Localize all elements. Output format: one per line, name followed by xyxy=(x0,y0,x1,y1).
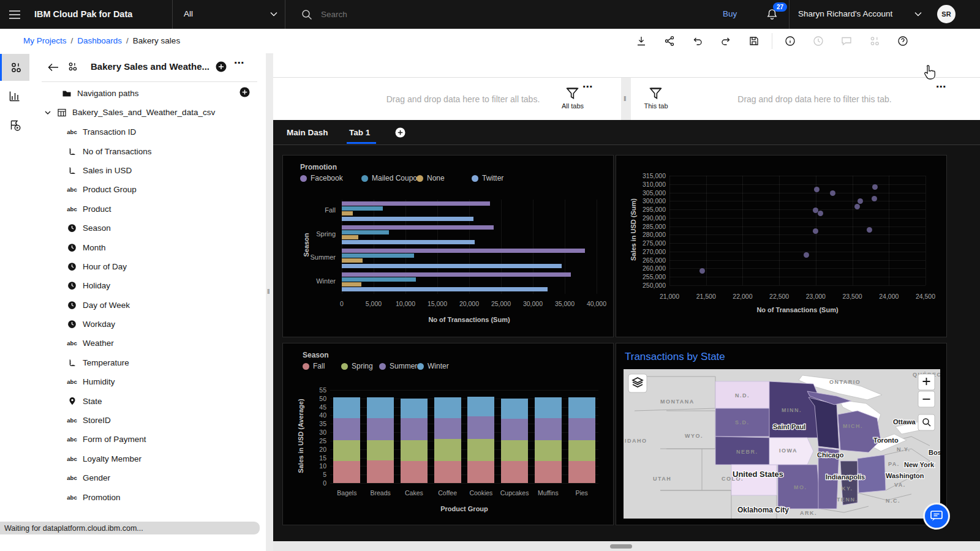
field-item-state[interactable]: State xyxy=(29,391,266,410)
scatter-point[interactable] xyxy=(814,187,820,192)
scope-dropdown[interactable]: All xyxy=(172,0,285,29)
filter-resize-gutter[interactable]: ‖ xyxy=(621,78,631,120)
legend-item-none[interactable]: None xyxy=(417,174,445,182)
zoom-out-button[interactable] xyxy=(918,391,935,407)
add-tab-button[interactable] xyxy=(394,127,405,138)
bar-summer-twitter[interactable] xyxy=(342,264,562,268)
undo-button[interactable] xyxy=(684,29,712,53)
zoom-in-button[interactable] xyxy=(918,374,935,390)
stack-cakes-fall[interactable] xyxy=(401,461,428,483)
scatter-point[interactable] xyxy=(854,204,860,209)
stack-cookies-fall[interactable] xyxy=(467,461,494,483)
stack-muffins-spring[interactable] xyxy=(535,440,562,462)
state-mi[interactable] xyxy=(838,411,881,452)
stack-bagels-spring[interactable] xyxy=(333,440,360,462)
stack-cookies-summer[interactable] xyxy=(467,416,494,439)
bar-winter-facebook[interactable] xyxy=(342,272,571,277)
scatter-point[interactable] xyxy=(699,268,705,274)
share-button[interactable] xyxy=(655,29,684,53)
bar-summer-none[interactable] xyxy=(342,258,363,263)
stack-cupcakes-fall[interactable] xyxy=(501,461,528,483)
stack-cupcakes-winter[interactable] xyxy=(501,399,528,419)
bar-fall-twitter[interactable] xyxy=(342,217,473,221)
avatar[interactable]: SR xyxy=(937,5,956,23)
scatter-point[interactable] xyxy=(813,228,818,234)
stack-cakes-spring[interactable] xyxy=(401,440,428,462)
stack-pies-fall[interactable] xyxy=(568,461,595,483)
bar-spring-none[interactable] xyxy=(342,235,358,239)
stack-cupcakes-summer[interactable] xyxy=(501,419,528,440)
field-item-month[interactable]: Month xyxy=(29,238,266,257)
add-source-button[interactable] xyxy=(215,61,227,73)
field-item-loyalty-member[interactable]: abcLoyalty Member xyxy=(29,449,266,468)
stack-cakes-summer[interactable] xyxy=(401,418,428,440)
stack-breads-fall[interactable] xyxy=(367,460,394,483)
legend-item-facebook[interactable]: Facebook xyxy=(300,174,343,182)
legend-item-winter[interactable]: Winter xyxy=(417,362,449,370)
bar-summer-mailed-coupon[interactable] xyxy=(342,253,414,258)
field-item-weather[interactable]: abcWeather xyxy=(29,334,266,353)
stack-bagels-fall[interactable] xyxy=(333,461,360,483)
legend-item-fall[interactable]: Fall xyxy=(303,362,325,370)
help-button[interactable] xyxy=(889,29,917,53)
navigation-paths-item[interactable]: Navigation paths xyxy=(29,84,266,103)
stack-pies-spring[interactable] xyxy=(568,440,595,462)
map-transactions-by-state[interactable]: Transactions by State MONTANAN.D.MINN.S.… xyxy=(616,343,947,525)
scatter-point[interactable] xyxy=(818,211,823,216)
field-item-workday[interactable]: Workday xyxy=(29,315,266,334)
field-item-gender[interactable]: abcGender xyxy=(29,468,266,487)
scrollbar-thumb[interactable] xyxy=(610,544,632,549)
field-item-holiday[interactable]: Holiday xyxy=(29,276,266,295)
scatter-point[interactable] xyxy=(830,190,835,196)
chart-sales-vs-transactions[interactable]: 21,00021,50022,00022,50023,00023,50024,0… xyxy=(616,155,947,337)
table-item[interactable]: Bakery_Sales_and_Weather_data_csv xyxy=(29,103,266,122)
this-tab-filter-bar[interactable]: This tab Drag and drop data here to filt… xyxy=(631,78,980,120)
rail-media-button[interactable] xyxy=(0,111,29,138)
legend-item-mailed-coupon[interactable]: Mailed Coupon xyxy=(361,174,421,182)
scatter-point[interactable] xyxy=(858,198,863,204)
bar-fall-facebook[interactable] xyxy=(342,201,490,206)
bar-winter-twitter[interactable] xyxy=(342,287,548,291)
stack-breads-winter[interactable] xyxy=(367,397,394,418)
chart-sales-by-product-group[interactable]: SeasonFallSpringSummerWinter555045403530… xyxy=(282,343,614,525)
panel-overflow-button[interactable]: ⋯ xyxy=(234,57,245,69)
field-item-no-of-transactions[interactable]: No of Transactions xyxy=(29,141,266,160)
stack-coffee-winter[interactable] xyxy=(434,397,461,418)
stack-cupcakes-spring[interactable] xyxy=(501,440,528,462)
stack-cakes-winter[interactable] xyxy=(401,399,428,418)
breadcrumb-dashboards[interactable]: Dashboards xyxy=(77,36,122,45)
field-item-promotion[interactable]: abcPromotion xyxy=(29,487,266,506)
scatter-point[interactable] xyxy=(872,184,878,190)
back-button[interactable] xyxy=(44,58,62,77)
field-item-storeid[interactable]: abcStoreID xyxy=(29,411,266,430)
panel-resize-gutter[interactable]: ‖ xyxy=(266,53,273,551)
info-button[interactable] xyxy=(776,29,804,53)
chat-fab-button[interactable] xyxy=(923,503,950,530)
global-search[interactable] xyxy=(285,0,677,29)
bar-fall-none[interactable] xyxy=(342,211,353,216)
this-tab-overflow-button[interactable]: ⋯ xyxy=(936,81,947,92)
bar-spring-facebook[interactable] xyxy=(342,225,494,230)
field-item-transaction-id[interactable]: abcTransaction ID xyxy=(29,122,266,141)
stack-cookies-winter[interactable] xyxy=(467,397,494,416)
stack-coffee-summer[interactable] xyxy=(434,418,461,440)
buy-link[interactable]: Buy xyxy=(723,9,737,18)
save-button[interactable] xyxy=(740,29,768,53)
legend-item-summer[interactable]: Summer xyxy=(379,362,417,370)
field-item-product-group[interactable]: abcProduct Group xyxy=(29,180,266,199)
horizontal-scrollbar[interactable] xyxy=(273,541,980,551)
bar-spring-twitter[interactable] xyxy=(342,240,475,244)
choropleth-map[interactable]: MONTANAN.D.MINN.S.D.WYO.NEBR.IOWAUTAHCOL… xyxy=(624,369,940,519)
redo-button[interactable] xyxy=(712,29,740,53)
resize-handle[interactable]: ‖ xyxy=(624,95,627,102)
stack-bagels-winter[interactable] xyxy=(333,397,360,418)
chart-promotion-by-season[interactable]: PromotionFacebookMailed CouponNoneTwitte… xyxy=(282,155,614,337)
bar-winter-mailed-coupon[interactable] xyxy=(342,277,416,282)
stack-coffee-fall[interactable] xyxy=(434,461,461,483)
legend-item-twitter[interactable]: Twitter xyxy=(472,174,503,182)
field-item-season[interactable]: Season xyxy=(29,219,266,238)
map-viewport[interactable]: MONTANAN.D.MINN.S.D.WYO.NEBR.IOWAUTAHCOL… xyxy=(624,369,940,519)
stack-pies-winter[interactable] xyxy=(568,397,595,418)
stack-bagels-summer[interactable] xyxy=(333,418,360,440)
stack-breads-spring[interactable] xyxy=(367,440,394,460)
